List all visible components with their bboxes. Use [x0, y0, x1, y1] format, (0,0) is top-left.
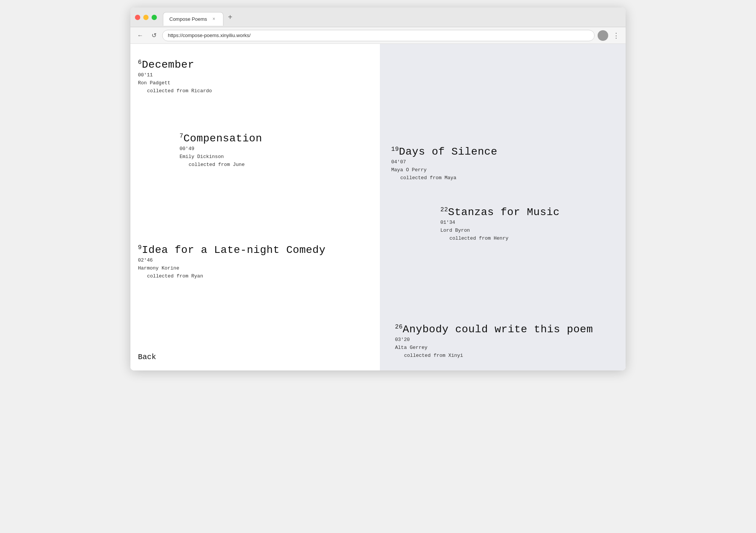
- poem-anybody-duration: 03'20: [395, 336, 593, 344]
- poem-anybody-title: 26Anybody could write this poem: [395, 324, 593, 335]
- poem-december-duration: 00'11: [138, 71, 212, 79]
- left-panel: 6December 00'11 Ron Padgett collected fr…: [130, 44, 380, 370]
- poem-comedy-collected: collected from Ryan: [147, 273, 325, 280]
- poem-december-number: 6: [138, 59, 142, 66]
- poem-days-of-silence-title: 19Days of Silence: [391, 146, 497, 158]
- poem-days-of-silence-duration: 04'07: [391, 158, 497, 166]
- address-bar[interactable]: https://compose-poems.xinyiliu.works/: [162, 30, 595, 41]
- poem-comedy-duration: 02'46: [138, 257, 325, 265]
- titlebar: Compose Poems × +: [130, 8, 626, 27]
- browser-window: Compose Poems × + ← ↺ https://compose-po…: [130, 8, 626, 370]
- reload-icon: ↺: [152, 32, 156, 39]
- poem-compensation-author: Emily Dickinson: [180, 153, 262, 161]
- poem-stanzas-collected: collected from Henry: [449, 235, 560, 243]
- poem-december-author: Ron Padgett: [138, 79, 212, 87]
- poem-compensation-title: 7Compensation: [180, 133, 262, 144]
- poem-comedy-title: 9Idea for a Late-night Comedy: [138, 244, 325, 256]
- poem-days-of-silence-meta: 04'07 Maya O Perry collected from Maya: [391, 158, 497, 182]
- poem-anybody[interactable]: 26Anybody could write this poem 03'20 Al…: [395, 324, 593, 359]
- poem-comedy[interactable]: 9Idea for a Late-night Comedy 02'46 Harm…: [138, 244, 325, 280]
- back-nav-button[interactable]: ←: [135, 30, 146, 41]
- active-tab[interactable]: Compose Poems ×: [163, 12, 223, 26]
- poem-stanzas-title: 22Stanzas for Music: [440, 206, 560, 218]
- tab-title: Compose Poems: [169, 16, 207, 22]
- poem-stanzas-author: Lord Byron: [440, 227, 560, 235]
- tab-bar: Compose Poems × +: [163, 8, 621, 27]
- poem-comedy-meta: 02'46 Harmony Korine collected from Ryan: [138, 257, 325, 280]
- poem-comedy-number: 9: [138, 244, 142, 251]
- poem-compensation[interactable]: 7Compensation 00'49 Emily Dickinson coll…: [180, 133, 262, 169]
- back-nav-icon: ←: [137, 32, 143, 39]
- page-content: 6December 00'11 Ron Padgett collected fr…: [130, 44, 626, 370]
- poem-days-of-silence-collected: collected from Maya: [400, 174, 497, 182]
- poem-december-title: 6December: [138, 59, 212, 71]
- maximize-button[interactable]: [152, 15, 157, 20]
- new-tab-button[interactable]: +: [225, 12, 235, 23]
- url-text: https://compose-poems.xinyiliu.works/: [168, 33, 251, 38]
- poem-anybody-author: Alta Gerrey: [395, 344, 593, 352]
- poem-compensation-duration: 00'49: [180, 145, 262, 153]
- poem-stanzas[interactable]: 22Stanzas for Music 01'34 Lord Byron col…: [440, 206, 560, 242]
- profile-button[interactable]: [598, 30, 608, 41]
- back-button[interactable]: Back: [138, 353, 156, 361]
- poem-stanzas-duration: 01'34: [440, 219, 560, 227]
- poem-days-of-silence-author: Maya O Perry: [391, 166, 497, 174]
- poem-comedy-author: Harmony Korine: [138, 265, 325, 273]
- tab-close-button[interactable]: ×: [211, 16, 217, 22]
- poem-stanzas-meta: 01'34 Lord Byron collected from Henry: [440, 219, 560, 242]
- poem-december-meta: 00'11 Ron Padgett collected from Ricardo: [138, 71, 212, 95]
- poem-compensation-number: 7: [180, 133, 183, 139]
- poem-compensation-meta: 00'49 Emily Dickinson collected from Jun…: [180, 145, 262, 169]
- right-panel: 19Days of Silence 04'07 Maya O Perry col…: [380, 44, 626, 370]
- poem-anybody-collected: collected from Xinyi: [404, 352, 593, 360]
- poem-compensation-collected: collected from June: [189, 161, 262, 169]
- close-button[interactable]: [135, 15, 140, 20]
- poem-stanzas-number: 22: [440, 206, 448, 213]
- poem-december[interactable]: 6December 00'11 Ron Padgett collected fr…: [138, 59, 212, 95]
- browser-toolbar: ← ↺ https://compose-poems.xinyiliu.works…: [130, 27, 626, 44]
- traffic-lights: [135, 15, 157, 20]
- poem-days-of-silence-number: 19: [391, 146, 399, 153]
- reload-button[interactable]: ↺: [149, 30, 159, 41]
- poem-days-of-silence[interactable]: 19Days of Silence 04'07 Maya O Perry col…: [391, 146, 497, 182]
- poem-anybody-number: 26: [395, 324, 403, 330]
- menu-button[interactable]: ⋮: [611, 30, 621, 41]
- poem-december-collected: collected from Ricardo: [147, 87, 212, 95]
- minimize-button[interactable]: [143, 15, 149, 20]
- poem-anybody-meta: 03'20 Alta Gerrey collected from Xinyi: [395, 336, 593, 359]
